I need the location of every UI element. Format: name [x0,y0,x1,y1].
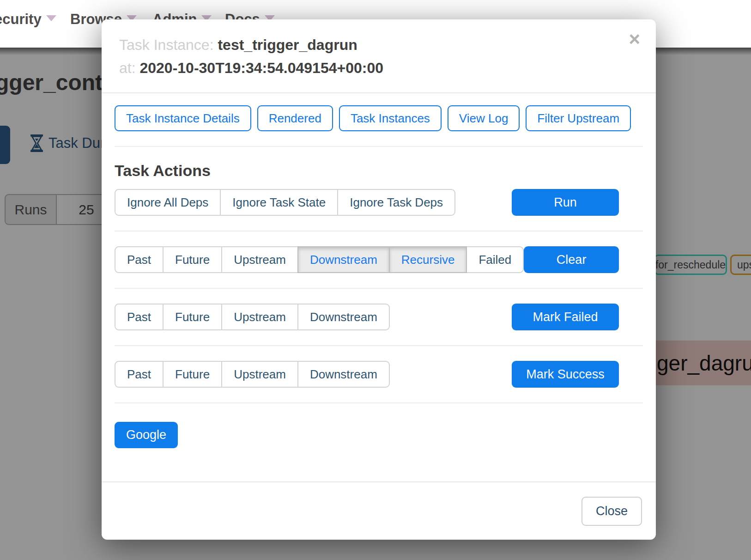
task-actions-heading: Task Actions [115,162,643,180]
success-upstream-toggle[interactable]: Upstream [221,361,298,388]
clear-downstream-toggle[interactable]: Downstream [297,246,390,273]
google-button[interactable]: Google [115,422,178,448]
filter-upstream-button[interactable]: Filter Upstream [526,105,631,131]
nav-item-security[interactable]: ecurity [0,11,56,28]
ignore-task-deps-toggle[interactable]: Ignore Task Deps [337,189,455,216]
modal-title-line1: Task Instance: test_trigger_dagrun [119,33,637,56]
divider [115,345,643,346]
clear-past-toggle[interactable]: Past [115,246,164,273]
view-log-button[interactable]: View Log [448,105,520,131]
clear-button[interactable]: Clear [524,246,619,273]
success-past-toggle[interactable]: Past [115,361,164,388]
ignore-options-group: Ignore All Deps Ignore Task State Ignore… [115,189,455,216]
divider [115,146,643,147]
mark-success-button[interactable]: Mark Success [512,361,619,388]
execution-timestamp: 2020-10-30T19:34:54.049154+00:00 [139,60,383,76]
task-instances-button[interactable]: Task Instances [339,105,442,131]
rendered-button[interactable]: Rendered [257,105,333,131]
clear-recursive-toggle[interactable]: Recursive [389,246,467,273]
success-future-toggle[interactable]: Future [163,361,222,388]
failed-future-toggle[interactable]: Future [163,304,222,330]
chevron-down-icon [46,15,56,21]
run-button[interactable]: Run [512,189,619,216]
task-name: test_trigger_dagrun [218,37,357,53]
success-downstream-toggle[interactable]: Downstream [297,361,390,388]
modal-header: Task Instance: test_trigger_dagrun at: 2… [102,19,656,93]
modal-footer: Close [102,481,656,540]
mark-success-action-row: Past Future Upstream Downstream Mark Suc… [115,361,643,388]
failed-downstream-toggle[interactable]: Downstream [297,304,390,330]
close-button[interactable]: Close [581,497,642,526]
link-button-row: Task Instance Details Rendered Task Inst… [115,105,643,131]
modal-title-line2: at: 2020-10-30T19:34:54.049154+00:00 [119,56,637,79]
ignore-task-state-toggle[interactable]: Ignore Task State [220,189,338,216]
run-action-row: Ignore All Deps Ignore Task State Ignore… [115,189,643,216]
mark-success-options-group: Past Future Upstream Downstream [115,361,390,388]
airflow-page: gger_cont Task Dura Runs 25 for_reschedu… [0,0,751,560]
clear-options-group: Past Future Upstream Downstream Recursiv… [115,246,524,273]
divider [115,402,643,403]
failed-past-toggle[interactable]: Past [115,304,164,330]
clear-failed-toggle[interactable]: Failed [466,246,524,273]
close-icon[interactable]: × [629,30,640,49]
task-instance-modal: Task Instance: test_trigger_dagrun at: 2… [102,19,656,540]
clear-action-row: Past Future Upstream Downstream Recursiv… [115,246,643,273]
mark-failed-button[interactable]: Mark Failed [512,304,619,330]
failed-upstream-toggle[interactable]: Upstream [221,304,298,330]
mark-failed-options-group: Past Future Upstream Downstream [115,304,390,330]
task-instance-details-button[interactable]: Task Instance Details [115,105,251,131]
modal-body: Task Instance Details Rendered Task Inst… [102,105,656,448]
ignore-all-deps-toggle[interactable]: Ignore All Deps [115,189,221,216]
clear-future-toggle[interactable]: Future [163,246,222,273]
mark-failed-action-row: Past Future Upstream Downstream Mark Fai… [115,304,643,330]
divider [115,288,643,289]
divider [115,231,643,231]
clear-upstream-toggle[interactable]: Upstream [221,246,298,273]
